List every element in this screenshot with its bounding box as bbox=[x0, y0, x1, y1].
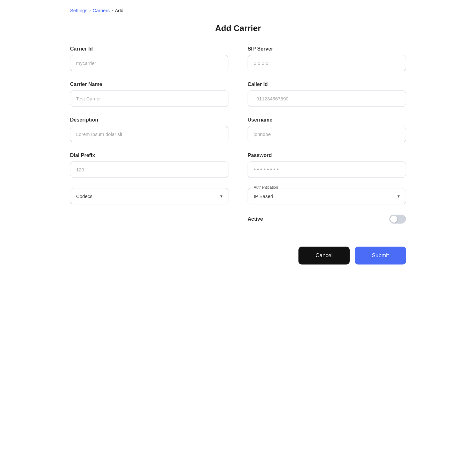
cancel-button[interactable]: Cancel bbox=[298, 247, 350, 265]
carrier-id-input[interactable] bbox=[70, 55, 228, 71]
breadcrumb-sep-1: › bbox=[89, 8, 91, 13]
toggle-knob bbox=[390, 216, 397, 223]
empty-cell bbox=[70, 215, 228, 224]
authentication-select[interactable]: IP Based Digest None bbox=[248, 188, 406, 204]
caller-id-input[interactable] bbox=[248, 91, 406, 107]
caller-id-group: Caller Id bbox=[248, 82, 406, 107]
username-group: Username bbox=[248, 117, 406, 142]
breadcrumb-sep-2: › bbox=[112, 8, 113, 13]
password-group: Password bbox=[248, 153, 406, 178]
description-label: Description bbox=[70, 117, 228, 123]
codecs-select[interactable]: Codecs G.711 G.722 G.729 Opus bbox=[70, 188, 228, 204]
carrier-name-group: Carrier Name bbox=[70, 82, 228, 107]
breadcrumb-current: Add bbox=[115, 8, 123, 13]
authentication-select-wrapper: Authentication IP Based Digest None ▼ bbox=[248, 188, 406, 204]
carrier-id-label: Carrier Id bbox=[70, 46, 228, 52]
description-group: Description bbox=[70, 117, 228, 142]
codecs-group: Codecs G.711 G.722 G.729 Opus ▼ bbox=[70, 188, 228, 204]
username-label: Username bbox=[248, 117, 406, 123]
dial-prefix-label: Dial Prefix bbox=[70, 153, 228, 158]
dial-prefix-input[interactable] bbox=[70, 162, 228, 178]
breadcrumb: Settings › Carriers › Add bbox=[70, 8, 406, 13]
authentication-float-label: Authentication bbox=[252, 185, 279, 190]
sip-server-group: SIP Server bbox=[248, 46, 406, 71]
active-label: Active bbox=[248, 216, 263, 222]
codecs-select-wrapper: Codecs G.711 G.722 G.729 Opus ▼ bbox=[70, 188, 228, 204]
active-row: Active bbox=[248, 215, 406, 224]
page-container: Settings › Carriers › Add Add Carrier Ca… bbox=[57, 0, 419, 284]
breadcrumb-carriers[interactable]: Carriers bbox=[93, 8, 110, 13]
breadcrumb-settings[interactable]: Settings bbox=[70, 8, 87, 13]
submit-button[interactable]: Submit bbox=[355, 247, 406, 265]
carrier-id-group: Carrier Id bbox=[70, 46, 228, 71]
password-input[interactable] bbox=[248, 162, 406, 178]
carrier-name-label: Carrier Name bbox=[70, 82, 228, 87]
button-row: Cancel Submit bbox=[70, 247, 406, 265]
caller-id-label: Caller Id bbox=[248, 82, 406, 87]
active-toggle[interactable] bbox=[389, 215, 406, 224]
carrier-name-input[interactable] bbox=[70, 91, 228, 107]
description-input[interactable] bbox=[70, 126, 228, 142]
sip-server-input[interactable] bbox=[248, 55, 406, 71]
authentication-group: Authentication IP Based Digest None ▼ bbox=[248, 188, 406, 204]
username-input[interactable] bbox=[248, 126, 406, 142]
password-label: Password bbox=[248, 153, 406, 158]
form: Carrier Id SIP Server Carrier Name Calle… bbox=[70, 46, 406, 265]
dial-prefix-group: Dial Prefix bbox=[70, 153, 228, 178]
page-title: Add Carrier bbox=[70, 23, 406, 33]
sip-server-label: SIP Server bbox=[248, 46, 406, 52]
